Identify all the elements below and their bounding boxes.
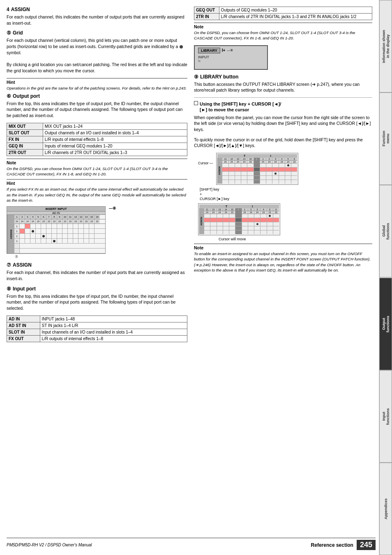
- table-cell-value: MIX OUT jacks 1–24: [43, 123, 187, 129]
- hint-5: Hint Operations in the grid are the same…: [7, 78, 187, 91]
- dot-symbol: [180, 45, 183, 48]
- tab-info-display[interactable]: Information shownin the display: [379, 0, 392, 92]
- section-6: ⑥ Output port From the top, this area in…: [7, 93, 187, 203]
- cursor-will-move-label: Cursor will move: [219, 237, 372, 241]
- table-cell-key: 2TR OUT: [7, 149, 43, 156]
- library-button-label[interactable]: LIBRARY: [198, 48, 220, 53]
- note-bottom: Note To enable an insert-in assigned to …: [194, 244, 372, 273]
- section-9-body: This button accesses the OUTPUT PATCH LI…: [194, 81, 372, 93]
- section-9: ⑨ LIBRARY button This button accesses th…: [194, 74, 372, 93]
- table-cell-key: SLOT OUT: [7, 129, 43, 136]
- shift-body1: When operating from the panel, you can m…: [194, 115, 372, 133]
- table-cell-key: FX IN: [7, 136, 43, 143]
- section-divider: [194, 97, 372, 98]
- page-number: 245: [357, 540, 376, 550]
- table-cell-value: L/R inputs of internal effects 1–8: [43, 136, 187, 143]
- table-row: FX IN L/R inputs of internal effects 1–8: [7, 136, 187, 143]
- shift-heading: Using the [SHIFT] key + CURSOR [◄]/[►] t…: [200, 101, 281, 113]
- table-cell-value: Inputs of internal GEQ modules 1–20: [43, 143, 187, 149]
- section-6-num: ⑥: [7, 93, 11, 99]
- table-cell-value: Outputs of GEQ modules 1–20: [219, 7, 372, 14]
- section-7-body: For each input channel, this indicates t…: [7, 269, 187, 281]
- section-7-title: ASSIGN: [13, 262, 32, 268]
- table-row: MIX OUT MIX OUT jacks 1–24: [7, 123, 187, 129]
- section-7: ⑦ ASSIGN For each input channel, this in…: [7, 262, 187, 281]
- section-5-title: Grid: [13, 30, 23, 36]
- hint-6: Hint If you select FX IN as an insert-ou…: [7, 179, 187, 203]
- section-9-num: ⑨: [194, 74, 198, 80]
- assign-diagram-2: T I ASSIGN 11 12 13 14 15: [198, 203, 372, 235]
- table-row: AD IN INPUT jacks 1–48: [7, 315, 187, 322]
- tab-appendices[interactable]: Appendices: [379, 463, 392, 555]
- table-row: AD ST IN ST IN jacks 1–4 L/R: [7, 322, 187, 329]
- footer-section: Reference section: [311, 542, 353, 548]
- right-column: GEQ OUT Outputs of GEQ modules 1–20 2TR …: [194, 7, 372, 548]
- table-row: FX OUT L/R outputs of internal effects 1…: [7, 335, 187, 342]
- table-cell-key: 2TR IN: [194, 14, 219, 20]
- section-8-body: From the top, this area indicates the ty…: [7, 293, 187, 311]
- table-cell-key: AD ST IN: [7, 322, 40, 329]
- table-row: 2TR IN L/R channels of 2TR IN DIGITAL ja…: [194, 14, 372, 20]
- table-row: SLOT IN Input channels of an I/O card in…: [7, 329, 187, 335]
- table-cell-value: ST IN jacks 1–4 L/R: [40, 322, 187, 329]
- table-cell-key: FX OUT: [7, 335, 40, 342]
- table-cell-value: L/R channels of 2TR IN DIGITAL jacks 1–3…: [219, 14, 372, 20]
- table-cell-key: MIX OUT: [7, 123, 43, 129]
- tab-input-functions[interactable]: Inputfunctions: [379, 370, 392, 463]
- footer-title: PM5D/PM5D-RH V2 / DSP5D Owner's Manual: [7, 543, 92, 547]
- section-9-title: LIBRARY button: [200, 74, 238, 80]
- side-tabs: Information shownin the display Function…: [379, 0, 392, 555]
- cursor-label: Cursor —: [198, 161, 213, 165]
- table-cell-value: L/R outputs of internal effects 1–8: [40, 335, 187, 342]
- shift-key-label: [SHIFT] key+CURSOR [►] key: [200, 187, 372, 202]
- table-cell-value: Input channels of an I/O card installed …: [40, 329, 187, 335]
- table-cell-key: GEQ IN: [7, 143, 43, 149]
- table-cell-key: AD IN: [7, 315, 40, 322]
- note-right: Note On the DSP5D, you can choose from O…: [194, 23, 372, 41]
- library-diagram: LIBRARY I+ —⑨ INPUT N: [194, 45, 372, 70]
- shift-body2: To quickly move the cursor in or out of …: [194, 137, 372, 149]
- table-cell-value: Output channels of an I/O card installed…: [43, 129, 187, 136]
- tab-output-functions[interactable]: Outputfunctions: [379, 278, 392, 370]
- assign-diagram-1: Cursor — T I ASSIGN 11 12 13: [198, 153, 372, 185]
- table-cell-key: GEQ OUT: [194, 7, 219, 14]
- section-6-body: From the top, this area indicates the ty…: [7, 101, 187, 119]
- note-6: Note On the DSP5D, you can choose from O…: [7, 159, 187, 177]
- checkbox-icon: [194, 101, 198, 105]
- table-row: GEQ IN Inputs of internal GEQ modules 1–…: [7, 143, 187, 149]
- section-8: ⑧ Input port From the top, this area ind…: [7, 286, 187, 342]
- section-5-num: ⑤: [7, 30, 11, 36]
- table-row: GEQ OUT Outputs of GEQ modules 1–20: [194, 7, 372, 14]
- shift-section: Using the [SHIFT] key + CURSOR [◄]/[►] t…: [194, 101, 372, 149]
- input-port-table: AD IN INPUT jacks 1–48 AD ST IN ST IN ja…: [7, 315, 187, 342]
- section-5-body: For each output channel (vertical column…: [7, 37, 187, 74]
- section-5: ⑤ Grid For each output channel (vertical…: [7, 30, 187, 90]
- section-8-title: Input port: [13, 286, 36, 292]
- page-footer: PM5D/PM5D-RH V2 / DSP5D Owner's Manual R…: [7, 538, 376, 550]
- section-4-title: ASSIGN: [11, 7, 30, 12]
- section-6-title: Output port: [13, 93, 40, 99]
- table-row: SLOT OUT Output channels of an I/O card …: [7, 129, 187, 136]
- table-cell-value: L/R channels of 2TR OUT DIGITAL jacks 1–…: [43, 149, 187, 156]
- tab-global-functions[interactable]: Globalfunctions: [379, 185, 392, 277]
- insert-input-diagram: INSERT INPUT AD IN ASSIGN 1 2 3: [7, 206, 187, 259]
- geq-table: GEQ OUT Outputs of GEQ modules 1–20 2TR …: [194, 7, 372, 20]
- table-row: 2TR OUT L/R channels of 2TR OUT DIGITAL …: [7, 149, 187, 156]
- section-4-body: For each output channel, this indicates …: [7, 14, 187, 26]
- table-cell-key: SLOT IN: [7, 329, 40, 335]
- section-8-num: ⑧: [7, 286, 11, 292]
- section-7-num: ⑦: [7, 262, 11, 268]
- table-cell-value: INPUT jacks 1–48: [40, 315, 187, 322]
- left-column: 4 ASSIGN For each output channel, this i…: [7, 7, 187, 548]
- section-4-num: 4: [7, 7, 9, 12]
- section-4: 4 ASSIGN For each output channel, this i…: [7, 7, 187, 26]
- tab-function-menu[interactable]: Functionmenu: [379, 92, 392, 185]
- output-port-table: MIX OUT MIX OUT jacks 1–24 SLOT OUT Outp…: [7, 123, 187, 156]
